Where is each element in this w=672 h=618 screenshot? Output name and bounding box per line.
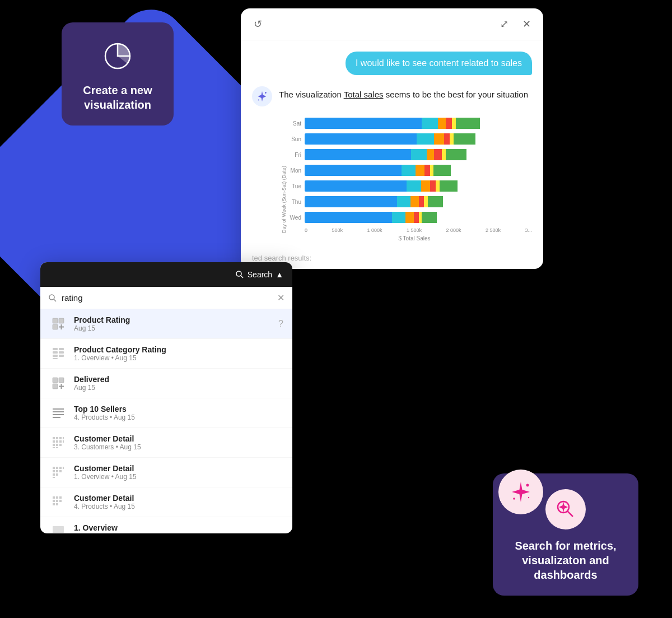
svg-rect-33	[56, 440, 58, 443]
cross-grid-icon	[52, 377, 65, 390]
bar-mon-teal	[402, 165, 416, 176]
expand-button[interactable]: ⤢	[496, 16, 512, 32]
svg-rect-49	[56, 473, 58, 476]
bar-thu	[305, 196, 475, 207]
svg-rect-50	[53, 477, 55, 478]
bar-tue-teal	[407, 180, 421, 192]
bar-sun-blue	[305, 133, 417, 145]
svg-rect-47	[59, 470, 62, 472]
chart-container: Day of Week (Sun-Sat) (Date) Sat	[279, 115, 532, 241]
svg-rect-44	[63, 467, 64, 469]
ai-text: The visualization Total sales seems to b…	[279, 86, 528, 101]
svg-rect-51	[53, 496, 55, 499]
search-metrics-title: Search for metrics, visualizaton and das…	[506, 538, 625, 582]
ai-avatar	[252, 86, 272, 106]
svg-rect-40	[56, 447, 58, 448]
grid-cross-icon	[52, 317, 65, 331]
chevron-up-icon: ▲	[276, 270, 283, 279]
search-header-button[interactable]: Search ▲	[235, 270, 283, 279]
bar-fri-blue	[305, 149, 411, 160]
result-title-cd3: Customer Detail	[74, 494, 283, 503]
undo-button[interactable]: ↺	[250, 16, 265, 32]
svg-rect-34	[59, 440, 62, 443]
result-info-pcr: Product Category Rating 1. Overview • Au…	[74, 345, 283, 362]
result-title-pcr: Product Category Rating	[74, 345, 283, 354]
svg-rect-17	[59, 351, 64, 354]
svg-rect-14	[53, 355, 58, 357]
svg-rect-19	[53, 378, 58, 383]
result-overview[interactable]: 1. Overview Aug 15	[40, 517, 292, 533]
svg-rect-20	[59, 378, 64, 383]
y-label-mon: Mon	[289, 168, 305, 174]
bar-tue-red	[430, 180, 436, 192]
bar-thu-blue	[305, 196, 397, 207]
svg-rect-57	[53, 503, 55, 505]
x-tick-3: 3...	[525, 227, 532, 233]
chart-x-label: $ Total Sales	[279, 235, 532, 241]
svg-rect-31	[63, 437, 64, 439]
svg-rect-48	[53, 473, 55, 476]
result-icon-delivered	[49, 374, 67, 392]
bar-sun-teal	[417, 133, 435, 145]
bar-sun	[305, 133, 501, 145]
user-bubble: I would like to see content related to s…	[346, 52, 532, 75]
result-icon-grid-cross	[49, 315, 67, 333]
result-subtitle-cd2: 1. Overview • Aug 15	[74, 473, 283, 481]
svg-rect-52	[56, 496, 58, 499]
svg-rect-30	[59, 437, 62, 439]
result-subtitle-product-rating: Aug 15	[74, 324, 272, 332]
ai-text-suffix: seems to be the best for your situation	[384, 90, 528, 99]
search-clear-button[interactable]: ✕	[277, 292, 284, 303]
result-product-category-rating[interactable]: Product Category Rating 1. Overview • Au…	[40, 339, 292, 369]
svg-rect-15	[53, 358, 58, 359]
result-info-cd3: Customer Detail 4. Products • Aug 15	[74, 494, 283, 510]
search-input-icon	[48, 294, 57, 303]
result-subtitle-cd3: 4. Products • Aug 15	[74, 503, 283, 510]
x-tick-2500k: 2 500k	[486, 227, 501, 233]
chat-header-icons: ↺	[250, 16, 265, 32]
result-subtitle-overview: Aug 15	[74, 532, 283, 533]
chat-panel: ↺ ⤢ ✕ I would like to see content relate…	[241, 8, 543, 269]
pink-sparkle-icon	[508, 480, 533, 504]
bar-sat-teal	[422, 118, 438, 129]
result-icon-cd2	[49, 463, 67, 481]
result-delivered[interactable]: Delivered Aug 15	[40, 369, 292, 398]
bar-fri-green	[446, 149, 466, 160]
help-icon[interactable]: ?	[278, 319, 283, 329]
result-top10[interactable]: Top 10 Sellers 4. Products • Aug 15	[40, 398, 292, 428]
result-icon-overview	[49, 523, 67, 533]
result-subtitle-delivered: Aug 15	[74, 384, 283, 392]
y-label-sun: Sun	[289, 136, 305, 142]
ai-text-link[interactable]: Total sales	[344, 90, 384, 99]
result-title-top10: Top 10 Sellers	[74, 405, 283, 413]
bar-fri	[305, 149, 495, 160]
svg-rect-56	[59, 500, 62, 502]
bar-fri-teal	[411, 149, 426, 160]
result-info-delivered: Delivered Aug 15	[74, 375, 283, 392]
svg-rect-58	[56, 503, 58, 505]
search-input[interactable]	[62, 293, 273, 303]
bar-tue	[305, 180, 487, 192]
dense-grid-icon-3	[52, 495, 65, 509]
chart-row-tue: Tue	[289, 178, 532, 194]
svg-rect-41	[53, 467, 55, 469]
bar-sat-orange	[438, 118, 446, 129]
x-tick-2000k: 2 000k	[446, 227, 461, 233]
close-button[interactable]: ✕	[519, 16, 534, 32]
svg-rect-18	[59, 355, 64, 357]
y-label-fri: Fri	[289, 152, 305, 158]
lines-icon	[52, 406, 65, 420]
bar-fri-yellow	[442, 149, 446, 160]
result-product-rating[interactable]: Product Rating Aug 15 ?	[40, 309, 292, 339]
result-customer-detail-3[interactable]: Customer Detail 4. Products • Aug 15	[40, 487, 292, 517]
chart-row-sat: Sat	[289, 115, 532, 131]
bar-sun-red	[444, 133, 450, 145]
sparkle-icon	[256, 90, 268, 103]
result-title-overview: 1. Overview	[74, 523, 283, 532]
bar-wed-orange	[405, 212, 414, 223]
result-customer-detail-2[interactable]: Customer Detail 1. Overview • Aug 15	[40, 458, 292, 487]
x-tick-0: 0	[305, 227, 307, 233]
result-customer-detail-1[interactable]: Customer Detail 3. Customers • Aug 15	[40, 428, 292, 458]
search-input-row: ✕	[40, 287, 292, 309]
grid-image-icon	[52, 525, 65, 533]
